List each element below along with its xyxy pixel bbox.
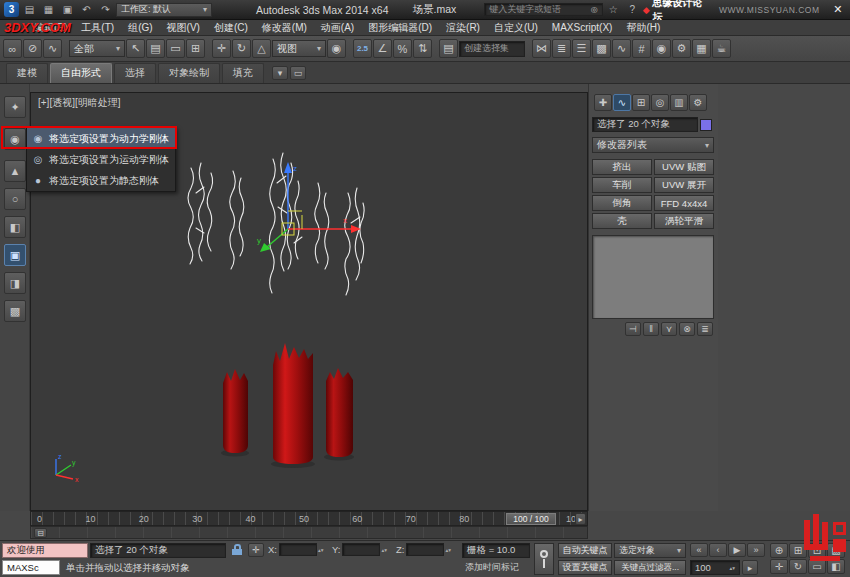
ribbon-minimize-icon[interactable]: ▭: [290, 66, 306, 80]
new-scene-icon[interactable]: ▤: [21, 2, 38, 17]
rigid-body-flyout-button[interactable]: ◉: [4, 128, 26, 150]
selection-region-icon[interactable]: ▭: [166, 39, 185, 58]
y-coordinate-field[interactable]: [342, 543, 380, 556]
menu-item-tools[interactable]: 工具(T): [81, 21, 114, 35]
x-coordinate-field[interactable]: [279, 543, 317, 556]
key-selection-dropdown[interactable]: 选定对象 ▾: [614, 543, 686, 558]
bind-spacewarp-icon[interactable]: ∿: [43, 39, 62, 58]
menu-set-dynamic-rigid-body[interactable]: ◉ 将选定项设置为动力学刚体: [27, 128, 175, 149]
modifier-shell-button[interactable]: 壳: [592, 213, 652, 229]
menu-item-rendering[interactable]: 渲染(R): [446, 21, 480, 35]
key-mode-toggle-icon[interactable]: ▸: [742, 560, 758, 575]
selection-name-field[interactable]: 选择了 20 个对象: [592, 117, 698, 132]
modifier-list-dropdown[interactable]: 修改器列表 ▾: [592, 137, 714, 153]
object-color-swatch[interactable]: [700, 119, 712, 131]
play-animation-icon[interactable]: ▶: [728, 543, 746, 557]
show-end-result-icon[interactable]: ‖: [643, 322, 659, 336]
rendered-frame-icon[interactable]: ▦: [692, 39, 711, 58]
menu-set-kinematic-rigid-body[interactable]: ◎ 将选定项设置为运动学刚体: [27, 149, 175, 170]
render-setup-icon[interactable]: ⚙: [672, 39, 691, 58]
branch-splines[interactable]: [188, 153, 364, 295]
menu-item-maxscript[interactable]: MAXScript(X): [552, 22, 613, 33]
reference-coordinate-dropdown[interactable]: 视图 ▾: [272, 40, 326, 57]
surface-tool-icon[interactable]: ◧: [4, 216, 26, 238]
zoom-icon[interactable]: ⊕: [770, 543, 788, 558]
time-slider-handle[interactable]: 100 / 100: [506, 513, 556, 525]
selection-filter-dropdown[interactable]: 全部 ▾: [69, 40, 125, 57]
modifier-stack-list[interactable]: [592, 235, 714, 319]
y-spinner[interactable]: ▴▾: [381, 548, 387, 552]
schematic-view-icon[interactable]: #: [632, 39, 651, 58]
conform-tool-icon[interactable]: ▲: [4, 160, 26, 182]
modifier-turbosmooth-button[interactable]: 涡轮平滑: [654, 213, 714, 229]
material-editor-icon[interactable]: ◉: [652, 39, 671, 58]
mirror-icon[interactable]: ⋈: [532, 39, 551, 58]
save-file-icon[interactable]: ▣: [59, 2, 76, 17]
track-bar[interactable]: ⊟: [30, 526, 588, 539]
time-spinner[interactable]: ▴▾: [729, 566, 735, 570]
viewport-label[interactable]: [+][透视][明暗处理]: [38, 96, 121, 110]
shape-tool-icon[interactable]: ○: [4, 188, 26, 210]
tab-create-icon[interactable]: ✚: [594, 94, 612, 111]
search-input[interactable]: 键入关键字或短语 ◎: [484, 3, 602, 16]
tab-modify-icon[interactable]: ∿: [613, 94, 631, 111]
absolute-offset-toggle-icon[interactable]: ✛: [248, 543, 264, 557]
select-rotate-icon[interactable]: ↻: [232, 39, 251, 58]
set-key-button[interactable]: [534, 543, 554, 575]
selection-lock-icon[interactable]: [230, 544, 244, 557]
curve-editor-icon[interactable]: ∿: [612, 39, 631, 58]
tab-hierarchy-icon[interactable]: ⊞: [632, 94, 650, 111]
modifier-uvwmap-button[interactable]: UVW 贴图: [654, 159, 714, 175]
ribbon-tab-modeling[interactable]: 建模: [6, 63, 48, 83]
render-icon[interactable]: ☕: [712, 39, 731, 58]
z-spinner[interactable]: ▴▾: [445, 548, 451, 552]
undo-icon[interactable]: ↶: [78, 2, 95, 17]
unlink-icon[interactable]: ⊘: [23, 39, 42, 58]
go-to-start-icon[interactable]: «: [690, 543, 708, 557]
freeform-polydraw-icon[interactable]: ✦: [4, 96, 26, 118]
menu-item-views[interactable]: 视图(V): [167, 21, 200, 35]
ribbon-tab-object-paint[interactable]: 对象绘制: [158, 63, 220, 83]
x-spinner[interactable]: ▴▾: [318, 548, 324, 552]
candle-objects[interactable]: [221, 343, 354, 468]
select-move-icon[interactable]: ✛: [212, 39, 231, 58]
tab-utilities-icon[interactable]: ⚙: [689, 94, 707, 111]
menu-item-modifiers[interactable]: 修改器(M): [262, 21, 307, 35]
ribbon-tab-freeform[interactable]: 自由形式: [50, 63, 112, 83]
tab-motion-icon[interactable]: ◎: [651, 94, 669, 111]
add-time-tag[interactable]: 添加时间标记: [462, 560, 530, 575]
percent-snap-icon[interactable]: %: [393, 39, 412, 58]
graphite-ribbon-icon[interactable]: ▩: [592, 39, 611, 58]
modifier-lathe-button[interactable]: 车削: [592, 177, 652, 193]
modifier-unwrap-button[interactable]: UVW 展开: [654, 177, 714, 193]
modifier-bevel-button[interactable]: 倒角: [592, 195, 652, 211]
maxscript-listener-pink[interactable]: 欢迎使用: [2, 543, 88, 558]
select-link-icon[interactable]: ∞: [3, 39, 22, 58]
edit-named-selection-icon[interactable]: ▤: [439, 39, 458, 58]
z-coordinate-field[interactable]: [406, 543, 444, 556]
select-scale-icon[interactable]: △: [252, 39, 271, 58]
angle-snap-icon[interactable]: ∠: [373, 39, 392, 58]
menu-item-help[interactable]: 帮助(H): [626, 21, 660, 35]
next-frame-arrow-icon[interactable]: ▸: [575, 513, 586, 525]
modifier-ffd-button[interactable]: FFD 4x4x4: [654, 195, 714, 211]
menu-set-static-rigid-body[interactable]: ● 将选定项设置为静态刚体: [27, 170, 175, 191]
make-unique-icon[interactable]: ⋎: [661, 322, 677, 336]
open-file-icon[interactable]: ▦: [40, 2, 57, 17]
menu-item-create[interactable]: 创建(C): [214, 21, 248, 35]
active-paint-tool-icon[interactable]: ▣: [4, 244, 26, 266]
grid-tool-icon[interactable]: ▩: [4, 300, 26, 322]
ribbon-tab-selection[interactable]: 选择: [114, 63, 156, 83]
remove-modifier-icon[interactable]: ⊗: [679, 322, 695, 336]
set-keys-mode-button[interactable]: 设置关键点: [558, 560, 612, 575]
layer-manager-icon[interactable]: ☰: [572, 39, 591, 58]
configure-modifier-sets-icon[interactable]: ≣: [697, 322, 713, 336]
use-pivot-center-icon[interactable]: ◉: [327, 39, 346, 58]
workspace-dropdown[interactable]: 工作区: 默认 ▾: [116, 3, 212, 17]
previous-frame-icon[interactable]: ‹: [709, 543, 727, 557]
menu-item-customize[interactable]: 自定义(U): [494, 21, 538, 35]
spinner-snap-icon[interactable]: ⇅: [413, 39, 432, 58]
menu-item-animation[interactable]: 动画(A): [321, 21, 354, 35]
snaps-toggle-icon[interactable]: 2.5: [353, 39, 372, 58]
menu-item-group[interactable]: 组(G): [128, 21, 152, 35]
